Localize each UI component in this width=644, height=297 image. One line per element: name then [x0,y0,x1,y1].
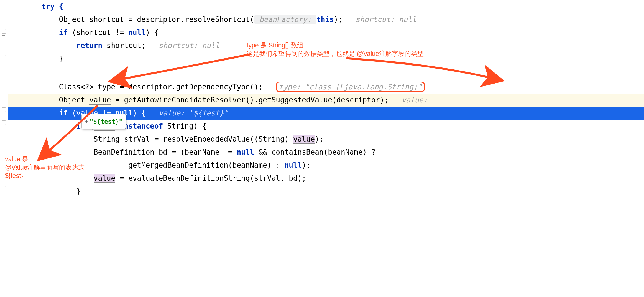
inline-debug-value: value: [402,96,428,104]
code-line: Object shortcut = descriptor.resolveShor… [8,13,644,26]
variable-value[interactable]: value [94,174,115,183]
inline-debug-value: shortcut: null [356,15,416,24]
variable-value[interactable]: value [89,96,111,105]
code-line: if (shortcut != null) { [8,26,644,39]
code-line-modified: Object value = getAutowireCandidateResol… [8,94,644,107]
debug-value-tooltip[interactable]: +"${test}" [81,114,126,129]
fold-mark[interactable] [2,3,6,7]
fold-mark[interactable] [2,120,6,125]
annotation-value: value 是 @Value注解里面写的表达式 ${test} [5,155,85,180]
code-line: String strVal = resolveEmbeddedValue((St… [8,133,644,146]
code-line: } [8,185,644,198]
inline-debug-value: value: "${test}" [159,109,228,117]
code-line: getMergedBeanDefinition(beanName) : null… [8,159,644,172]
fold-mark[interactable] [2,29,6,34]
fold-mark[interactable] [2,107,6,112]
code-line: BeanDefinition bd = (beanName != null &&… [8,146,644,159]
code-line: Class<?> type = descriptor.getDependency… [8,80,644,94]
fold-mark[interactable] [2,186,6,190]
annotation-type: type 是 String[] 数组 这是我们希望得到的数据类型，也就是 @Va… [247,41,424,58]
variable-value[interactable]: value [293,135,315,144]
code-line: value = evaluateBeanDefinitionString(str… [8,172,644,185]
param-hint: beanFactory: [254,15,316,24]
inline-debug-value: shortcut: null [159,41,219,50]
fold-mark[interactable] [2,55,6,59]
editor-gutter [0,0,8,297]
inline-debug-value-highlighted: type: "class [Ljava.lang.String;" [276,82,425,92]
expand-icon[interactable]: + [85,118,88,125]
code-line: try { [8,0,644,13]
